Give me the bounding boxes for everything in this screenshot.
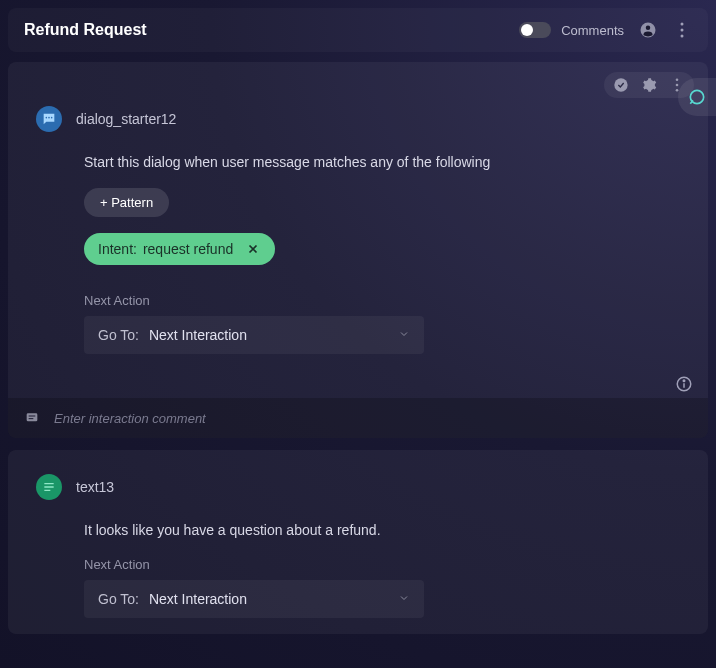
info-icon[interactable] xyxy=(674,374,694,394)
page-title: Refund Request xyxy=(24,21,147,39)
node-card: text13 It looks like you have a question… xyxy=(8,450,708,633)
node-description: It looks like you have a question about … xyxy=(84,520,680,540)
floating-chat-button[interactable] xyxy=(678,78,716,116)
node-description: Start this dialog when user message matc… xyxy=(84,152,680,172)
svg-point-10 xyxy=(48,117,50,119)
svg-point-7 xyxy=(676,84,679,87)
next-action-label: Next Action xyxy=(84,557,680,572)
next-action-dropdown[interactable]: Go To: Next Interaction xyxy=(84,580,424,618)
svg-point-5 xyxy=(614,78,627,91)
gear-icon[interactable] xyxy=(640,76,658,94)
node-header: text13 xyxy=(36,474,680,500)
svg-point-1 xyxy=(646,26,651,31)
svg-point-9 xyxy=(46,117,48,119)
header-actions: Comments xyxy=(519,20,692,40)
svg-point-2 xyxy=(681,23,684,26)
svg-point-11 xyxy=(51,117,53,119)
user-icon[interactable] xyxy=(638,20,658,40)
comments-toggle[interactable] xyxy=(519,22,551,38)
next-action-dropdown[interactable]: Go To: Next Interaction xyxy=(84,316,424,354)
goto-value: Next Interaction xyxy=(149,327,247,343)
intent-chip[interactable]: Intent: request refund xyxy=(84,233,275,265)
intent-prefix: Intent: xyxy=(98,241,137,257)
chevron-down-icon xyxy=(398,326,410,344)
chevron-down-icon xyxy=(398,590,410,608)
add-pattern-button[interactable]: + Pattern xyxy=(84,188,169,217)
comment-bar[interactable]: Enter interaction comment xyxy=(8,398,708,438)
dialog-starter-icon xyxy=(36,106,62,132)
comment-icon xyxy=(22,408,42,428)
page-header: Refund Request Comments xyxy=(8,8,708,52)
node-name: text13 xyxy=(76,479,114,495)
comments-toggle-label: Comments xyxy=(561,23,624,38)
intent-value: request refund xyxy=(143,241,233,257)
svg-point-3 xyxy=(681,29,684,32)
comment-placeholder: Enter interaction comment xyxy=(54,411,206,426)
svg-point-6 xyxy=(676,78,679,81)
goto-prefix: Go To: xyxy=(98,591,139,607)
svg-point-4 xyxy=(681,35,684,38)
goto-value: Next Interaction xyxy=(149,591,247,607)
svg-point-14 xyxy=(683,380,685,382)
svg-rect-15 xyxy=(27,414,38,422)
next-action-label: Next Action xyxy=(84,293,680,308)
node-name: dialog_starter12 xyxy=(76,111,176,127)
check-icon[interactable] xyxy=(612,76,630,94)
node-card: dialog_starter12 Start this dialog when … xyxy=(8,62,708,438)
goto-prefix: Go To: xyxy=(98,327,139,343)
comments-toggle-wrap: Comments xyxy=(519,22,624,38)
text-node-icon xyxy=(36,474,62,500)
node-header: dialog_starter12 xyxy=(36,106,680,132)
card-action-bar xyxy=(8,62,708,98)
remove-intent-icon[interactable] xyxy=(245,241,261,257)
more-menu-icon[interactable] xyxy=(672,20,692,40)
